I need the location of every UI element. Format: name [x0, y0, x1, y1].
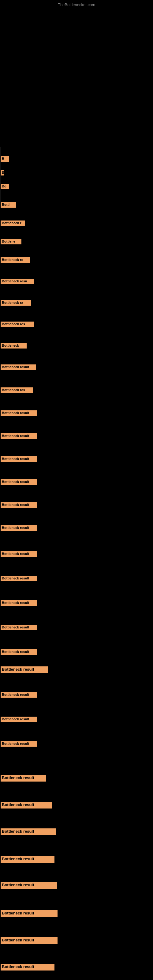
bottleneck-result-label: Bottl — [1, 202, 16, 208]
bottleneck-result-label: Bottleneck result — [1, 479, 37, 485]
bottleneck-result-label: Bottleneck result — [1, 937, 57, 944]
bottleneck-result-label: Bottleneck result — [1, 829, 56, 835]
bottleneck-result-label: Bottleneck result — [1, 775, 46, 781]
bottleneck-result-label: Bottleneck result — [1, 802, 52, 808]
bottleneck-result-label: Bottleneck result — [1, 717, 37, 722]
bottleneck-result-label: B — [1, 156, 9, 162]
bottleneck-result-label: Bottleneck r — [1, 221, 25, 226]
bottleneck-result-label: B — [1, 170, 4, 175]
main-content: TheBottlenecker.com BBBoBottlBottleneck … — [0, 0, 153, 980]
bottleneck-result-label: Bottleneck result — [1, 576, 37, 581]
bottleneck-result-label: Bottleneck result — [1, 600, 37, 606]
bottleneck-result-label: Bottleneck result — [1, 667, 48, 673]
bottleneck-result-label: Bottleneck res — [1, 321, 33, 327]
bottleneck-result-label: Bottleneck result — [1, 649, 37, 655]
bottleneck-result-label: Bottleneck result — [1, 364, 36, 370]
bottleneck-result-label: Bottleneck result — [1, 456, 37, 462]
bottleneck-result-label: Bottlene — [1, 239, 21, 244]
bottleneck-result-label: Bottleneck result — [1, 910, 57, 917]
bottleneck-result-label: Bottleneck result — [1, 410, 37, 416]
bottleneck-result-label: Bottleneck result — [1, 625, 37, 630]
bottleneck-result-label: Bottleneck result — [1, 525, 37, 531]
site-title: TheBottlenecker.com — [58, 2, 95, 7]
bottleneck-result-label: Bottleneck result — [1, 741, 37, 747]
bottleneck-result-label: Bottleneck result — [1, 433, 37, 439]
bottleneck-result-label: Bottleneck result — [1, 856, 54, 863]
bottleneck-result-label: Bottleneck re — [1, 257, 30, 263]
bottleneck-result-label: Bottleneck result — [1, 964, 54, 970]
bottleneck-result-label: Bottleneck ra — [1, 300, 31, 305]
bottleneck-result-label: Bottleneck result — [1, 692, 37, 698]
bottleneck-result-label: Bottleneck result — [1, 551, 37, 557]
bottleneck-result-label: Bo — [1, 184, 9, 189]
bottleneck-result-label: Bottleneck res — [1, 387, 33, 393]
bottleneck-result-label: Bottleneck resu — [1, 279, 34, 284]
bottleneck-result-label: Bottleneck — [1, 343, 27, 348]
bottleneck-result-label: Bottleneck result — [1, 502, 37, 508]
bottleneck-result-label: Bottleneck result — [1, 882, 57, 889]
